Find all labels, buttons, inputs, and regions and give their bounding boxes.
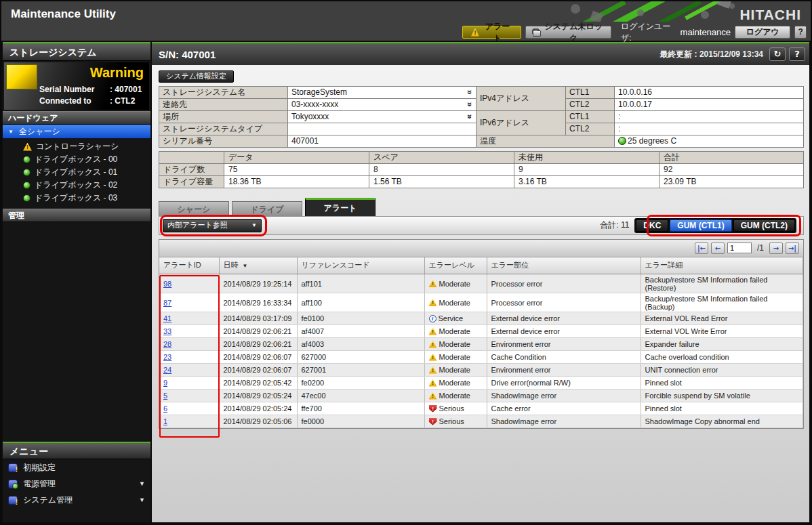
- serious-level-icon: !: [429, 418, 437, 425]
- alert-level-label: Moderate: [439, 392, 470, 400]
- alert-part-cell: Processor error: [487, 274, 641, 293]
- contact-field[interactable]: 03-xxxx-xxxx»: [288, 98, 476, 110]
- col-header-error-detail[interactable]: エラー詳細: [641, 257, 803, 274]
- scope-button-gum-ctl1[interactable]: GUM (CTL1): [670, 219, 731, 232]
- alert-table-row: 242014/08/29 02:06:07627001!ModerateEnvi…: [159, 364, 803, 377]
- alert-id-link[interactable]: 1: [163, 417, 167, 425]
- col-header-error-part[interactable]: エラー部位: [487, 257, 641, 274]
- system-info-settings-button[interactable]: システム情報設定: [159, 70, 234, 83]
- alert-table-row: 12014/08/29 02:05:06fe0000!SeriousShadow…: [159, 415, 803, 428]
- sidebar-tree-item[interactable]: ドライブボックス - 00: [3, 153, 150, 166]
- col-header-reference-code[interactable]: リファレンスコード: [297, 257, 424, 274]
- expand-chevron-icon[interactable]: »: [466, 102, 475, 107]
- login-user-label: ログインユーザ:: [621, 21, 676, 44]
- alert-level-label: Service: [439, 314, 464, 322]
- alert-id-link[interactable]: 6: [163, 404, 167, 413]
- moderate-level-icon: !: [429, 280, 437, 287]
- alert-id-link[interactable]: 87: [163, 299, 171, 307]
- logout-button[interactable]: ログアウト: [735, 26, 790, 39]
- last-page-button[interactable]: →|: [786, 243, 799, 254]
- page-total-label: /1: [757, 243, 764, 253]
- alert-source-dropdown[interactable]: 内部アラート参照 ▼: [163, 219, 262, 232]
- alert-datetime-cell: 2014/08/29 02:06:07: [219, 364, 297, 377]
- alert-reference-cell: fe0100: [297, 312, 424, 325]
- ctl1-label: CTL1: [566, 110, 615, 123]
- info-label: シリアル番号: [159, 135, 288, 147]
- alert-id-link[interactable]: 9: [163, 379, 167, 387]
- col-header-alert-id[interactable]: アラートID: [159, 257, 219, 274]
- tab-alert[interactable]: アラート: [305, 198, 375, 216]
- menu-item[interactable]: 初期設定: [3, 459, 150, 476]
- moderate-level-icon: !: [429, 299, 437, 306]
- alert-detail-cell: Forcible suspend by SM volatile: [641, 390, 803, 402]
- page-number-input[interactable]: [727, 243, 752, 253]
- scope-button-dkc[interactable]: DKC: [636, 219, 668, 232]
- alert-id-cell: 23: [159, 351, 219, 364]
- system-status-box: Warning Serial Number: 407001 Connected …: [4, 62, 149, 110]
- alert-level-label: Moderate: [439, 353, 470, 361]
- alert-detail-cell: Cache overload condition: [641, 351, 803, 364]
- storage-system-name-field[interactable]: StorageSystem»: [288, 86, 476, 98]
- service-level-icon: i: [429, 315, 437, 322]
- alert-id-link[interactable]: 33: [163, 327, 171, 335]
- expand-chevron-icon[interactable]: »: [466, 114, 475, 119]
- alert-id-link[interactable]: 28: [163, 340, 171, 348]
- alert-reference-cell: aff101: [297, 274, 424, 293]
- menu-item[interactable]: 電源管理▼: [3, 476, 150, 492]
- alert-id-link[interactable]: 23: [163, 353, 171, 361]
- tab-chassis[interactable]: シャーシ: [159, 201, 229, 216]
- alert-id-link[interactable]: 98: [163, 280, 171, 288]
- header-help-button[interactable]: ?: [794, 26, 807, 39]
- next-page-button[interactable]: →: [769, 243, 783, 254]
- alert-button[interactable]: ! アラート: [462, 26, 521, 39]
- alert-level-cell: !Moderate: [424, 274, 487, 293]
- status-normal-icon: [23, 156, 31, 163]
- status-normal-icon: [23, 194, 31, 202]
- alert-level-label: Serious: [439, 417, 464, 425]
- alert-table-row: 282014/08/29 02:06:21af4003!ModerateEnvi…: [159, 338, 803, 351]
- alert-id-cell: 9: [159, 377, 219, 390]
- first-page-button[interactable]: |←: [695, 243, 708, 254]
- main-help-button[interactable]: ?: [789, 47, 805, 61]
- refresh-button[interactable]: ↻: [769, 47, 786, 61]
- sidebar-tree-item[interactable]: ドライブボックス - 02: [3, 179, 150, 192]
- alert-datetime-cell: 2014/08/29 02:06:21: [219, 325, 297, 338]
- info-label: 場所: [159, 110, 288, 123]
- col-header-datetime[interactable]: 日時▼: [219, 257, 297, 274]
- warning-triangle-icon: !: [23, 143, 32, 151]
- menu-item-icon: [8, 463, 18, 472]
- moderate-level-icon: !: [429, 366, 437, 374]
- sidebar-tree-item[interactable]: ドライブボックス - 01: [3, 166, 150, 179]
- alert-part-cell: Drive error(normal R/W): [487, 377, 641, 390]
- location-field[interactable]: Tokyoxxxx»: [288, 110, 476, 123]
- prev-page-button[interactable]: ←: [711, 243, 725, 254]
- alert-level-label: Moderate: [439, 299, 470, 307]
- drive-summary-table: データ スペア 未使用 合計 ドライブ数 75 8 9 92 ドライブ容量 18…: [159, 151, 804, 188]
- alert-level-label: Moderate: [439, 379, 470, 387]
- menu-item[interactable]: システム管理▼: [3, 492, 150, 508]
- moderate-level-icon: !: [429, 354, 437, 361]
- expand-chevron-icon[interactable]: »: [466, 90, 475, 95]
- temperature-value: 25 degrees C: [615, 135, 804, 147]
- system-unlock-button[interactable]: システム未ロック: [525, 26, 611, 39]
- alert-id-link[interactable]: 41: [163, 314, 171, 322]
- sidebar-tree-item[interactable]: !コントローラシャーシ: [3, 140, 150, 153]
- alert-id-link[interactable]: 24: [163, 366, 171, 374]
- storage-system-type-value: [288, 123, 476, 135]
- temperature-label: 温度: [476, 135, 615, 147]
- chevron-down-icon: ▼: [139, 497, 145, 503]
- alert-level-label: Moderate: [439, 280, 470, 288]
- alert-reference-cell: fe0000: [297, 415, 424, 428]
- app-title: Maintenance Utility: [11, 7, 116, 21]
- unlock-icon: [533, 28, 540, 37]
- scope-button-gum-ctl2[interactable]: GUM (CTL2): [733, 219, 795, 232]
- tab-drive[interactable]: ドライブ: [232, 201, 302, 216]
- status-normal-icon: [23, 169, 31, 176]
- col-header-error-level[interactable]: エラーレベル: [424, 257, 487, 274]
- alert-part-cell: Cache Condition: [487, 351, 641, 364]
- sidebar-item-all-chassis[interactable]: ▼ 全シャーシ: [3, 125, 150, 138]
- sidebar-tree-item[interactable]: ドライブボックス - 03: [3, 192, 150, 205]
- header-controls: ! アラート システム未ロック ログインユーザ: maintenance ログア…: [462, 25, 807, 39]
- alert-id-link[interactable]: 5: [163, 392, 167, 400]
- alert-reference-cell: af4007: [297, 325, 424, 338]
